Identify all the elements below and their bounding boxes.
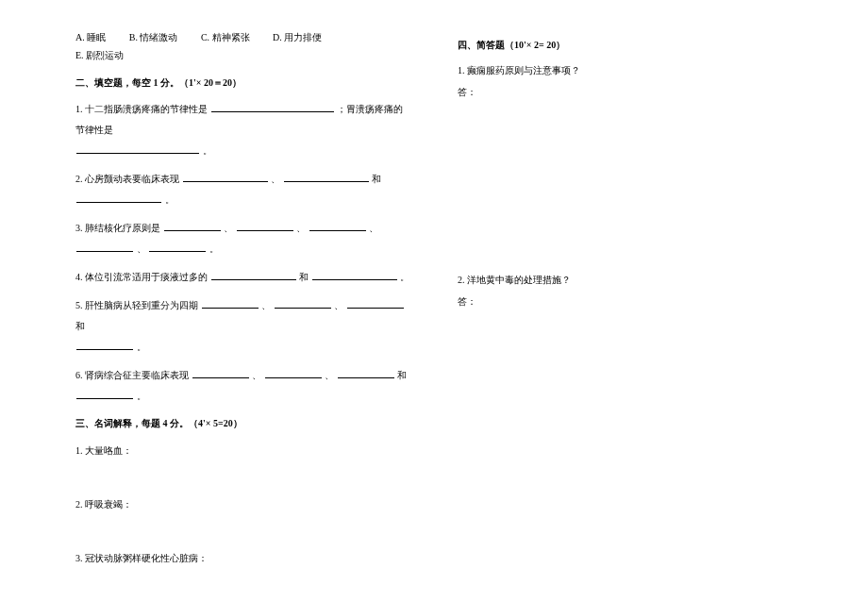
fill-q3: 3. 肺结核化疗原则是 、 、 、 、 。 bbox=[75, 218, 410, 259]
answer-label-2: 答： bbox=[458, 293, 793, 310]
sep: 、 bbox=[261, 300, 271, 310]
option-a: A. 睡眠 bbox=[75, 28, 106, 46]
q3-pre: 3. 肺结核化疗原则是 bbox=[75, 223, 160, 233]
blank bbox=[202, 297, 259, 309]
blank bbox=[183, 171, 268, 182]
blank bbox=[76, 142, 199, 154]
q5-pre: 5. 肝性脑病从轻到重分为四期 bbox=[75, 300, 198, 310]
mc-options: A. 睡眠 B. 情绪激动 C. 精神紧张 D. 用力排便 E. 剧烈运动 bbox=[75, 28, 410, 64]
option-d: D. 用力排便 bbox=[273, 28, 322, 46]
blank bbox=[149, 241, 206, 252]
answer-label-1: 答： bbox=[458, 83, 793, 101]
sep: 、 bbox=[252, 370, 261, 380]
blank bbox=[312, 269, 397, 280]
q2-end: 。 bbox=[165, 194, 175, 205]
section-2-heading: 二、填空题，每空 1 分。（1'× 20＝20） bbox=[75, 74, 410, 92]
fill-q1: 1. 十二指肠溃疡疼痛的节律性是 ；胃溃疡疼痛的节律性是 。 bbox=[75, 99, 410, 161]
blank bbox=[164, 220, 221, 231]
q3-end: 。 bbox=[209, 243, 219, 254]
sep: 、 bbox=[137, 243, 146, 254]
q4-end: 。 bbox=[400, 272, 409, 282]
blank bbox=[347, 297, 404, 309]
sep: 、 bbox=[334, 300, 343, 310]
q5-end: 。 bbox=[137, 342, 146, 352]
blank bbox=[211, 269, 296, 280]
blank bbox=[192, 367, 249, 378]
sep: 和 bbox=[372, 174, 381, 184]
blank bbox=[265, 367, 322, 378]
fill-q2: 2. 心房颤动表要临床表现 、 和 。 bbox=[75, 169, 410, 210]
term-1: 1. 大量咯血： bbox=[75, 442, 410, 460]
option-b: B. 情绪激动 bbox=[129, 28, 178, 46]
fill-q4: 4. 体位引流常适用于痰液过多的 和 。 bbox=[75, 267, 410, 288]
left-column: A. 睡眠 B. 情绪激动 C. 精神紧张 D. 用力排便 E. 剧烈运动 二、… bbox=[75, 28, 439, 574]
q2-pre: 2. 心房颤动表要临床表现 bbox=[75, 174, 179, 184]
blank bbox=[76, 388, 133, 399]
blank bbox=[275, 297, 331, 309]
blank bbox=[76, 339, 133, 350]
section-3-heading: 三、名词解释，每题 4 分。（4'× 5=20） bbox=[75, 414, 410, 432]
blank bbox=[284, 171, 369, 182]
term-3: 3. 冠状动脉粥样硬化性心脏病： bbox=[75, 549, 410, 567]
q1-end: 。 bbox=[203, 145, 212, 156]
q1-pre: 1. 十二指肠溃疡疼痛的节律性是 bbox=[75, 104, 208, 114]
blank bbox=[338, 367, 394, 378]
sep: 和 bbox=[299, 272, 309, 282]
blank bbox=[237, 220, 293, 231]
sep: 、 bbox=[296, 223, 306, 233]
q4-pre: 4. 体位引流常适用于痰液过多的 bbox=[75, 272, 208, 282]
fill-q5: 5. 肝性脑病从轻到重分为四期 、 、 和 。 bbox=[75, 295, 410, 358]
sep: 、 bbox=[224, 223, 233, 233]
sep: 和 bbox=[397, 370, 407, 380]
right-column: 四、简答题（10'× 2= 20） 1. 癫痫服药原则与注意事项？ 答： 2. … bbox=[439, 28, 793, 574]
fill-q6: 6. 肾病综合征主要临床表现 、 、 和 。 bbox=[75, 365, 410, 407]
short-answer-q2: 2. 洋地黄中毒的处理措施？ bbox=[458, 271, 793, 289]
sep: 、 bbox=[325, 370, 334, 380]
short-answer-q1: 1. 癫痫服药原则与注意事项？ bbox=[458, 61, 793, 79]
section-4-heading: 四、简答题（10'× 2= 20） bbox=[458, 36, 793, 54]
q6-pre: 6. 肾病综合征主要临床表现 bbox=[75, 370, 189, 380]
sep: 和 bbox=[75, 321, 85, 331]
option-e: E. 剧烈运动 bbox=[75, 46, 124, 64]
blank bbox=[309, 220, 366, 231]
blank bbox=[211, 101, 334, 112]
q6-end: 。 bbox=[137, 391, 146, 401]
blank bbox=[76, 241, 133, 252]
term-2: 2. 呼吸衰竭： bbox=[75, 495, 410, 513]
sep: 、 bbox=[369, 223, 378, 233]
sep: 、 bbox=[271, 174, 280, 184]
blank bbox=[76, 192, 161, 203]
option-c: C. 精神紧张 bbox=[201, 28, 250, 46]
